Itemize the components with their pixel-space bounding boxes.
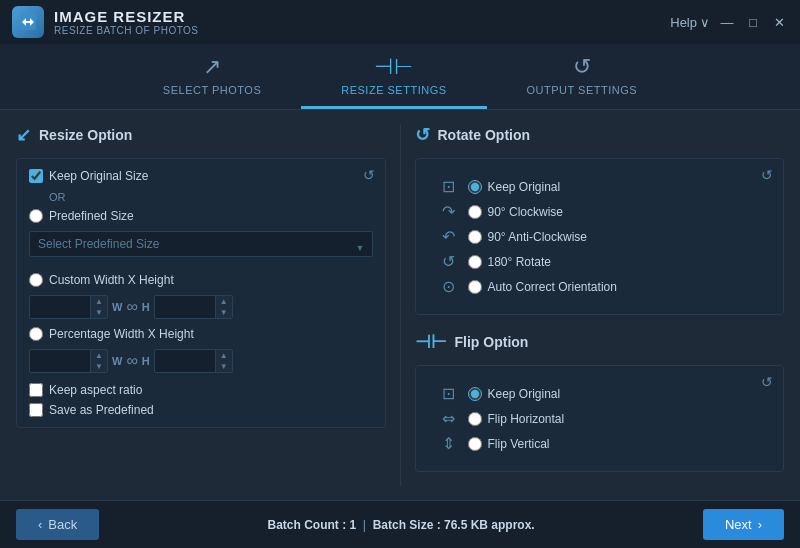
custom-infinity-symbol: ∞ [126, 298, 137, 316]
next-chevron-icon: › [758, 517, 762, 532]
flip-reset-button[interactable]: ↺ [761, 374, 773, 390]
percentage-size-radio-row: Percentage Width X Height [29, 327, 373, 341]
rotate-90cw-label[interactable]: 90° Clockwise [468, 205, 564, 219]
percentage-infinity-symbol: ∞ [126, 352, 137, 370]
tab-select-photos[interactable]: ↗ SELECT PHOTOS [123, 44, 301, 109]
main-content: ↙ Resize Option ↺ Keep Original Size OR … [0, 110, 800, 500]
percentage-size-radio-label[interactable]: Percentage Width X Height [29, 327, 194, 341]
flip-section-icon: ⊣⊢ [415, 331, 447, 353]
rotate-options-list: ⊡ Keep Original ↷ 90° Clockwise ↶ [428, 169, 772, 304]
rotate-auto-label[interactable]: Auto Correct Orientation [468, 280, 617, 294]
rotate-item-auto: ⊙ Auto Correct Orientation [438, 277, 762, 296]
custom-h-label: H [142, 301, 150, 313]
percentage-height-input[interactable]: 100 [155, 350, 215, 372]
flip-horizontal-radio[interactable] [468, 412, 482, 426]
minimize-button[interactable]: — [718, 13, 736, 31]
predefined-size-radio[interactable] [29, 209, 43, 223]
rotate-reset-button[interactable]: ↺ [761, 167, 773, 183]
predefined-size-radio-label[interactable]: Predefined Size [29, 209, 134, 223]
custom-width-down[interactable]: ▼ [91, 307, 107, 318]
rotate-auto-icon: ⊙ [438, 277, 460, 296]
percentage-width-up[interactable]: ▲ [91, 350, 107, 361]
app-title-group: IMAGE RESIZER RESIZE BATCH OF PHOTOS [54, 8, 670, 36]
custom-height-down[interactable]: ▼ [216, 307, 232, 318]
save-as-predefined-checkbox[interactable] [29, 403, 43, 417]
custom-size-radio[interactable] [29, 273, 43, 287]
rotate-auto-radio[interactable] [468, 280, 482, 294]
percentage-height-down[interactable]: ▼ [216, 361, 232, 372]
flip-vertical-label[interactable]: Flip Vertical [468, 437, 550, 451]
flip-vertical-radio[interactable] [468, 437, 482, 451]
nav-tabs: ↗ SELECT PHOTOS ⊣⊢ RESIZE SETTINGS ↺ OUT… [0, 44, 800, 110]
flip-horizontal-label[interactable]: Flip Horizontal [468, 412, 565, 426]
flip-keep-original-label[interactable]: Keep Original [468, 387, 561, 401]
close-button[interactable]: ✕ [770, 13, 788, 31]
custom-width-group: 864 ▲ ▼ [29, 295, 108, 319]
tab-output-settings[interactable]: ↺ OUTPUT SETTINGS [487, 44, 678, 109]
resize-section-title: ↙ Resize Option [16, 124, 386, 146]
batch-count-label: Batch Count : [267, 518, 346, 532]
bottom-options: Keep aspect ratio Save as Predefined [29, 383, 373, 417]
flip-vertical-icon: ⇕ [438, 434, 460, 453]
percentage-size-radio[interactable] [29, 327, 43, 341]
percentage-height-up[interactable]: ▲ [216, 350, 232, 361]
tab-resize-settings[interactable]: ⊣⊢ RESIZE SETTINGS [301, 44, 486, 109]
resize-settings-icon: ⊣⊢ [374, 54, 413, 80]
flip-item-vertical: ⇕ Flip Vertical [438, 434, 762, 453]
rotate-options-box: ↺ ⊡ Keep Original ↷ 90° Clockwise [415, 158, 785, 315]
resize-reset-button[interactable]: ↺ [363, 167, 375, 183]
app-subtitle: RESIZE BATCH OF PHOTOS [54, 25, 670, 36]
rotate-section-icon: ↺ [415, 124, 430, 146]
custom-width-spin: ▲ ▼ [90, 296, 107, 318]
rotate-item-90-clockwise: ↷ 90° Clockwise [438, 202, 762, 221]
custom-size-radio-row: Custom Width X Height [29, 273, 373, 287]
rotate-keep-original-label[interactable]: Keep Original [468, 180, 561, 194]
rotate-180-label[interactable]: 180° Rotate [468, 255, 552, 269]
percentage-width-input[interactable]: 100 [30, 350, 90, 372]
custom-height-spin: ▲ ▼ [215, 296, 232, 318]
rotate-keep-original-icon: ⊡ [438, 177, 460, 196]
custom-width-up[interactable]: ▲ [91, 296, 107, 307]
rotate-90cw-radio[interactable] [468, 205, 482, 219]
back-button[interactable]: ‹ Back [16, 509, 99, 540]
resize-options-box: ↺ Keep Original Size OR Predefined Size … [16, 158, 386, 428]
percentage-width-down[interactable]: ▼ [91, 361, 107, 372]
rotate-180-icon: ↺ [438, 252, 460, 271]
help-button[interactable]: Help ∨ [670, 15, 710, 30]
keep-aspect-ratio-checkbox[interactable] [29, 383, 43, 397]
keep-original-size-checkbox-label[interactable]: Keep Original Size [29, 169, 148, 183]
flip-keep-original-icon: ⊡ [438, 384, 460, 403]
back-chevron-icon: ‹ [38, 517, 42, 532]
flip-item-horizontal: ⇔ Flip Horizontal [438, 409, 762, 428]
flip-keep-original-radio[interactable] [468, 387, 482, 401]
footer-info: Batch Count : 1 | Batch Size : 76.5 KB a… [99, 518, 703, 532]
tab-select-photos-label: SELECT PHOTOS [163, 84, 261, 96]
percentage-w-label: W [112, 355, 122, 367]
tab-resize-settings-label: RESIZE SETTINGS [341, 84, 446, 96]
next-button[interactable]: Next › [703, 509, 784, 540]
rotate-90anti-label[interactable]: 90° Anti-Clockwise [468, 230, 588, 244]
keep-original-size-row: Keep Original Size [29, 169, 373, 183]
custom-size-radio-label[interactable]: Custom Width X Height [29, 273, 174, 287]
predefined-size-select[interactable]: Select Predefined Size [29, 231, 373, 257]
resize-section-icon: ↙ [16, 124, 31, 146]
save-as-predefined-label[interactable]: Save as Predefined [29, 403, 373, 417]
flip-options-list: ⊡ Keep Original ⇔ Flip Horizontal [428, 376, 772, 461]
keep-original-size-checkbox[interactable] [29, 169, 43, 183]
tab-output-settings-label: OUTPUT SETTINGS [527, 84, 638, 96]
rotate-item-180: ↺ 180° Rotate [438, 252, 762, 271]
left-panel: ↙ Resize Option ↺ Keep Original Size OR … [16, 124, 401, 486]
rotate-90anti-icon: ↶ [438, 227, 460, 246]
custom-width-input[interactable]: 864 [30, 296, 90, 318]
predefined-size-row: Predefined Size [29, 209, 373, 223]
custom-height-input[interactable]: 490 [155, 296, 215, 318]
percentage-width-spin: ▲ ▼ [90, 350, 107, 372]
footer: ‹ Back Batch Count : 1 | Batch Size : 76… [0, 500, 800, 548]
keep-aspect-ratio-label[interactable]: Keep aspect ratio [29, 383, 373, 397]
rotate-180-radio[interactable] [468, 255, 482, 269]
percentage-height-spin: ▲ ▼ [215, 350, 232, 372]
rotate-keep-original-radio[interactable] [468, 180, 482, 194]
maximize-button[interactable]: □ [744, 13, 762, 31]
rotate-90anti-radio[interactable] [468, 230, 482, 244]
custom-height-up[interactable]: ▲ [216, 296, 232, 307]
